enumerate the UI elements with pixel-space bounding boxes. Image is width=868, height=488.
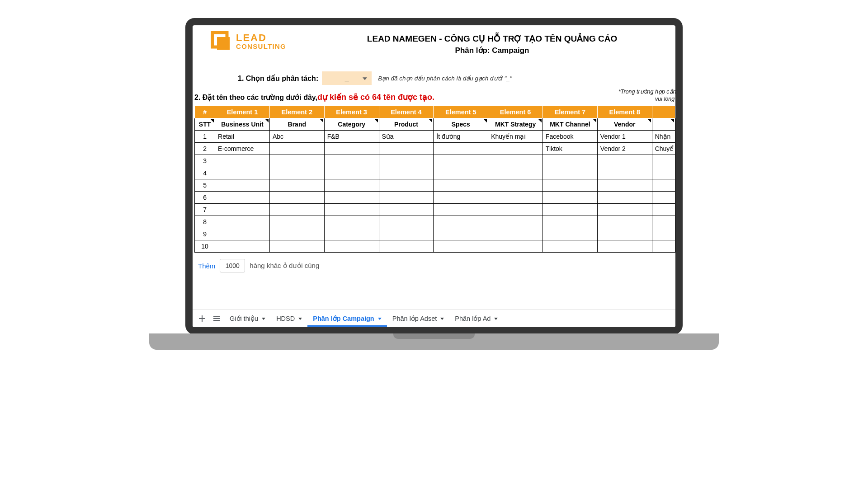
header-element-9[interactable]	[652, 106, 675, 118]
table-cell[interactable]	[379, 216, 434, 228]
table-cell[interactable]	[434, 240, 488, 253]
table-cell[interactable]: Sữa	[379, 131, 434, 143]
table-cell[interactable]	[215, 155, 270, 167]
header-element-6[interactable]: Element 6	[488, 106, 543, 118]
header-field-brand[interactable]: Brand	[269, 118, 324, 131]
table-cell[interactable]	[379, 155, 434, 167]
table-cell[interactable]	[488, 204, 543, 216]
table-cell[interactable]	[597, 192, 652, 204]
table-cell[interactable]	[652, 192, 675, 204]
sheet-tab[interactable]: Phân lớp Ad	[449, 310, 503, 327]
header-field-mkt-strategy[interactable]: MKT Strategy	[488, 118, 543, 131]
table-cell[interactable]: Vendor 2	[597, 143, 652, 155]
header-element-1[interactable]: Element 1	[215, 106, 270, 118]
header-element-5[interactable]: Element 5	[434, 106, 488, 118]
table-cell[interactable]	[324, 167, 379, 179]
table-cell[interactable]	[379, 192, 434, 204]
header-element-8[interactable]: Element 8	[597, 106, 652, 118]
table-cell[interactable]	[379, 240, 434, 253]
cell-stt[interactable]: 3	[195, 155, 215, 167]
cell-stt[interactable]: 4	[195, 167, 215, 179]
add-rows-input[interactable]	[220, 259, 245, 272]
cell-stt[interactable]: 9	[195, 228, 215, 240]
table-cell[interactable]	[379, 143, 434, 155]
header-element-7[interactable]: Element 7	[543, 106, 598, 118]
chevron-down-icon[interactable]	[440, 318, 444, 320]
table-cell[interactable]	[597, 179, 652, 192]
table-cell[interactable]	[597, 240, 652, 253]
table-cell[interactable]	[379, 228, 434, 240]
add-sheet-icon[interactable]	[195, 312, 209, 325]
header-element-2[interactable]: Element 2	[269, 106, 324, 118]
table-cell[interactable]	[543, 155, 598, 167]
table-cell[interactable]	[269, 204, 324, 216]
table-cell[interactable]	[543, 240, 598, 253]
table-cell[interactable]	[488, 167, 543, 179]
header-element-4[interactable]: Element 4	[379, 106, 434, 118]
table-cell[interactable]	[324, 155, 379, 167]
table-cell[interactable]	[652, 155, 675, 167]
table-cell[interactable]	[652, 240, 675, 253]
table-cell[interactable]	[543, 204, 598, 216]
table-cell[interactable]	[488, 240, 543, 253]
cell-stt[interactable]: 1	[195, 131, 215, 143]
cell-stt[interactable]: 10	[195, 240, 215, 253]
table-cell[interactable]	[379, 179, 434, 192]
table-cell[interactable]: Facebook	[543, 131, 598, 143]
table-cell[interactable]	[543, 179, 598, 192]
table-cell[interactable]	[215, 228, 270, 240]
table-cell[interactable]	[488, 155, 543, 167]
table-cell[interactable]	[269, 143, 324, 155]
chevron-down-icon[interactable]	[262, 318, 265, 320]
header-field-mkt-channel[interactable]: MKT Channel	[543, 118, 598, 131]
table-cell[interactable]	[434, 216, 488, 228]
table-cell[interactable]	[215, 179, 270, 192]
table-cell[interactable]	[543, 216, 598, 228]
table-cell[interactable]	[324, 228, 379, 240]
table-cell[interactable]	[215, 167, 270, 179]
table-cell[interactable]	[488, 216, 543, 228]
cell-stt[interactable]: 6	[195, 192, 215, 204]
table-cell[interactable]: Retail	[215, 131, 270, 143]
table-cell[interactable]	[597, 228, 652, 240]
table-cell[interactable]	[543, 228, 598, 240]
table-cell[interactable]: F&B	[324, 131, 379, 143]
table-cell[interactable]: Khuyến mại	[488, 131, 543, 143]
add-rows-link[interactable]: Thêm	[198, 262, 215, 270]
chevron-down-icon[interactable]	[494, 318, 498, 320]
header-field-category[interactable]: Category	[324, 118, 379, 131]
table-cell[interactable]	[215, 240, 270, 253]
table-cell[interactable]	[379, 204, 434, 216]
table-cell[interactable]	[488, 179, 543, 192]
table-cell[interactable]	[434, 228, 488, 240]
header-field-specs[interactable]: Specs	[434, 118, 488, 131]
table-cell[interactable]	[269, 155, 324, 167]
table-cell[interactable]: Chuyể	[652, 143, 675, 155]
table-cell[interactable]	[597, 216, 652, 228]
table-cell[interactable]	[597, 155, 652, 167]
table-cell[interactable]	[652, 204, 675, 216]
cell-stt[interactable]: 8	[195, 216, 215, 228]
table-cell[interactable]	[434, 167, 488, 179]
table-cell[interactable]	[488, 228, 543, 240]
table-cell[interactable]: Vendor 1	[597, 131, 652, 143]
table-cell[interactable]: Tiktok	[543, 143, 598, 155]
chevron-down-icon[interactable]	[378, 318, 382, 320]
cell-stt[interactable]: 2	[195, 143, 215, 155]
table-cell[interactable]	[434, 143, 488, 155]
sheet-tab[interactable]: HDSD	[271, 310, 307, 327]
header-field-product[interactable]: Product	[379, 118, 434, 131]
table-cell[interactable]	[652, 179, 675, 192]
table-cell[interactable]	[543, 167, 598, 179]
table-cell[interactable]	[324, 204, 379, 216]
header-field-extra[interactable]	[652, 118, 675, 131]
table-cell[interactable]	[324, 216, 379, 228]
data-table[interactable]: # Element 1 Element 2 Element 3 Element …	[194, 106, 675, 253]
table-cell[interactable]	[488, 192, 543, 204]
table-cell[interactable]: Ít đường	[434, 131, 488, 143]
table-cell[interactable]	[652, 167, 675, 179]
cell-stt[interactable]: 5	[195, 179, 215, 192]
table-cell[interactable]	[269, 192, 324, 204]
table-cell[interactable]	[269, 216, 324, 228]
table-cell[interactable]	[215, 216, 270, 228]
